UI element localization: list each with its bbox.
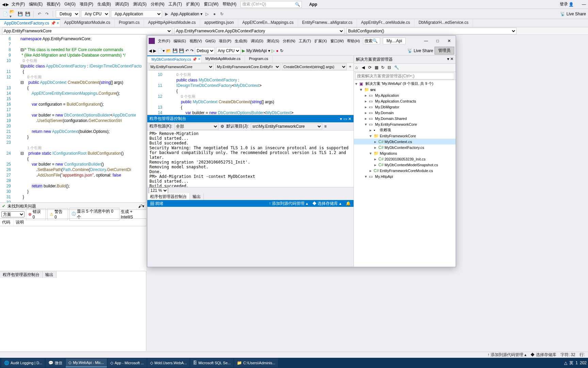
editor-tab[interactable]: AppDbMigratorModule.cs [60, 19, 115, 27]
tray-item[interactable]: 202 [580, 361, 587, 365]
editor-tab[interactable]: AppDbContextFactory.cs📌 [0, 19, 60, 27]
inner-run[interactable]: My.WebApi [246, 48, 267, 53]
tree-item[interactable]: ▸▭My.Application.Contracts [354, 98, 456, 104]
refresh-icon[interactable]: ↻ [280, 48, 283, 53]
play-nodebug-icon[interactable]: ▷ [272, 48, 275, 53]
tray-item[interactable]: 1 [575, 361, 578, 365]
fwd-icon[interactable]: ▶ [153, 48, 156, 53]
pmc-close-icon[interactable]: ✕ [348, 117, 352, 121]
config-dropdown[interactable]: Debug [56, 10, 80, 18]
tray-item[interactable]: △ [564, 361, 567, 365]
menu-item[interactable]: 调试(D) [113, 1, 131, 7]
menu-item[interactable]: 项目(P) [78, 1, 95, 7]
redo-icon[interactable]: ↷ [190, 48, 194, 53]
tree-item[interactable]: ▾📁Migrations [354, 150, 456, 156]
fwd-icon[interactable]: ▶ [6, 2, 9, 7]
tree-item[interactable]: ▾▭My.HttpApi [354, 173, 456, 179]
tree-item[interactable]: ▸▭My.DbMigrator [354, 104, 456, 110]
taskbar-item[interactable]: ◇My.WebApi - Mic... [66, 358, 107, 367]
bottom-tab[interactable]: 程序包管理器控制台 [0, 271, 43, 278]
back-icon[interactable]: ◀ [2, 2, 5, 7]
tree-item[interactable]: ▸C#MyDbContext.cs [354, 139, 456, 144]
showall-icon[interactable]: ▦ [375, 65, 380, 71]
pmc-project[interactable]: src\My.EntityFrameworkCore [251, 123, 322, 130]
bc-project[interactable]: App.EntityFrameworkCore [2, 28, 172, 34]
gear-icon[interactable]: ⚙ [220, 124, 224, 129]
login-button[interactable]: 登录 [560, 1, 568, 7]
hot-reload-icon[interactable]: ● [276, 48, 278, 53]
menu-item[interactable]: 文件(F) [10, 1, 27, 7]
tray-item[interactable]: 英 [569, 360, 573, 366]
new-icon[interactable]: 📄 [2, 11, 8, 17]
tree-item[interactable]: ▾📁src [354, 87, 456, 92]
editor-tab[interactable]: appsettings.json [200, 19, 238, 27]
menu-item[interactable]: 生成(B) [95, 1, 113, 7]
menu-item[interactable]: 项目(P) [217, 38, 233, 44]
el-scope[interactable]: 方案 [1, 211, 24, 217]
se-close-icon[interactable]: ✕ [450, 57, 454, 61]
collapse-icon[interactable]: ⊟ [388, 65, 393, 71]
editor-tab[interactable]: AppEfCoreEn...Mappings.cs [238, 19, 298, 27]
back-icon[interactable]: ◀ [362, 65, 367, 71]
bell-icon[interactable]: 🔔 [346, 201, 351, 206]
menu-item[interactable]: 调试(D) [249, 38, 265, 44]
tree-item[interactable]: ▸C#EntityFrameworkCoreModule.cs [354, 168, 456, 173]
menu-item[interactable]: 扩展(X) [313, 38, 329, 44]
tree-item[interactable]: ▾▭My.EntityFrameworkCore [354, 121, 456, 127]
taskbar-item[interactable]: ◇App - Microsoft ... [108, 358, 147, 367]
editor-tab[interactable]: MyWebApiModule.cs [201, 56, 245, 63]
platform-dropdown[interactable]: Any CPU [81, 10, 110, 18]
tree-item[interactable]: ▸C#MyDbContextModelSnapshot.cs [354, 162, 456, 168]
tree-item[interactable]: ▾📁EntityFrameworkCore [354, 133, 456, 139]
startup-dropdown[interactable]: App.Application [111, 10, 162, 18]
refresh-icon[interactable]: ↻ [381, 65, 387, 71]
errors-pill[interactable]: ⊗错误 0 [26, 208, 46, 220]
pmc-zoom[interactable]: 121 % [149, 187, 168, 194]
editor-tab[interactable]: DbMigratorH...edService.cs [414, 19, 473, 27]
back-icon[interactable]: ◀ [149, 48, 152, 53]
menu-item[interactable]: 编辑(E) [172, 38, 188, 44]
editor-tab[interactable]: AppEntityFr...oreModule.cs [357, 19, 414, 27]
bc-member[interactable]: BuildConfiguration() [346, 28, 517, 34]
pmc-run-icon[interactable]: ≡ [324, 124, 327, 129]
inner-config[interactable]: Debug [195, 47, 215, 55]
bc-class[interactable]: App.EntityFrameworkCore.AppDbContextFact… [174, 28, 344, 34]
minimize-icon[interactable]: — [582, 2, 586, 7]
saveall-icon[interactable]: 💾 [179, 48, 184, 53]
liveshare-icon[interactable]: 📡 [560, 12, 565, 16]
liveshare-label[interactable]: Live Share [567, 12, 586, 16]
tree-item[interactable]: ▸▭My.Application [354, 92, 456, 98]
refresh-icon[interactable]: ↻ [219, 11, 225, 17]
tree-item[interactable]: ▾▣解决方案 'My.WebApi' (9 个项目, 共 9 个) [354, 81, 456, 87]
bottom-tab[interactable]: 输出 [43, 271, 56, 278]
new-icon[interactable]: 📄▾ [158, 48, 165, 53]
se-search[interactable] [355, 73, 454, 79]
inner-search[interactable]: 搜索🔍 [363, 37, 380, 44]
liveshare-icon[interactable]: 📡 [407, 48, 412, 53]
play-icon[interactable]: ▶ [163, 11, 169, 17]
menu-item[interactable]: 视图(V) [45, 1, 62, 7]
menu-item[interactable]: 工具(T) [297, 38, 313, 44]
tree-item[interactable]: ▸C#MyDbContextFactory.cs [354, 144, 456, 150]
quick-search[interactable]: 搜索 (Ctrl+Q) 🔍 [241, 1, 302, 8]
redo-icon[interactable]: ↷ [44, 11, 50, 17]
menu-item[interactable]: 分析(N) [149, 1, 167, 7]
menu-item[interactable]: 工具(T) [166, 1, 184, 7]
se-dropdown-icon[interactable]: ▾ [447, 57, 449, 61]
menu-item[interactable]: Git(G) [62, 1, 78, 7]
taskbar-item[interactable]: 💬微信 [46, 358, 65, 367]
run-target[interactable]: App.Application [171, 12, 199, 16]
menu-item[interactable]: 窗口(W) [329, 38, 346, 44]
maximize-icon[interactable]: □ [432, 37, 443, 45]
editor-tab[interactable]: Program.cs [115, 19, 144, 27]
tree-item[interactable]: ▸▭My.Domain [354, 110, 456, 116]
pmc-pin-icon[interactable]: ▭ [343, 117, 347, 121]
menu-item[interactable]: 窗口(W) [202, 1, 220, 7]
menu-item[interactable]: 编辑(E) [27, 1, 45, 7]
sync-icon[interactable]: ⟳ [368, 65, 374, 71]
tree-item[interactable]: ▸C#20230106053239_Init.cs [354, 156, 456, 162]
editor-tab[interactable]: Program.cs [245, 56, 273, 63]
ibc-class[interactable]: My.EntityFrameworkCore.EntityFr [215, 63, 280, 70]
menu-item[interactable]: 视图(V) [188, 38, 204, 44]
warnings-pill[interactable]: ⚠警告 0 [47, 208, 68, 220]
